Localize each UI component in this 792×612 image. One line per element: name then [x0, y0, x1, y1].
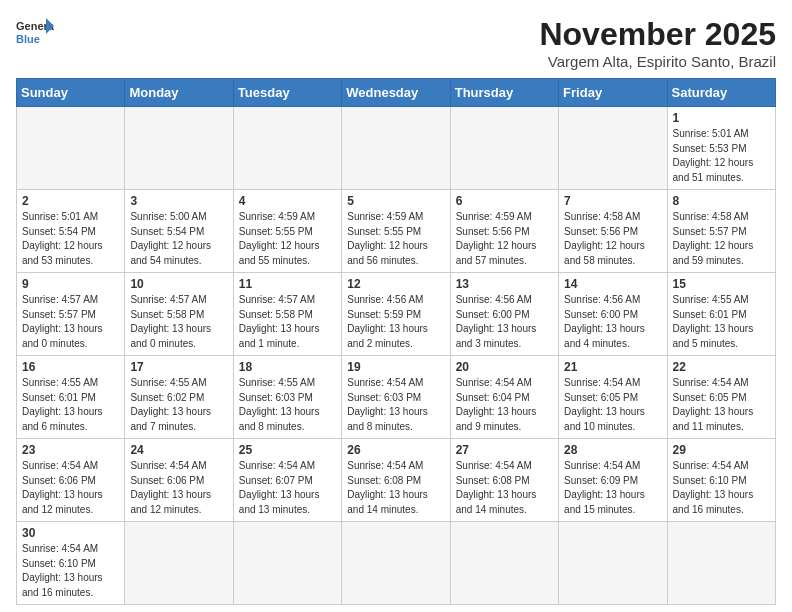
calendar-cell [233, 522, 341, 605]
col-header-friday: Friday [559, 79, 667, 107]
day-number: 23 [22, 443, 119, 457]
day-info: Sunrise: 4:58 AMSunset: 5:57 PMDaylight:… [673, 210, 770, 268]
day-number: 2 [22, 194, 119, 208]
day-number: 7 [564, 194, 661, 208]
location: Vargem Alta, Espirito Santo, Brazil [539, 53, 776, 70]
day-info: Sunrise: 4:56 AMSunset: 5:59 PMDaylight:… [347, 293, 444, 351]
day-number: 29 [673, 443, 770, 457]
day-number: 12 [347, 277, 444, 291]
calendar-cell: 14Sunrise: 4:56 AMSunset: 6:00 PMDayligh… [559, 273, 667, 356]
calendar-cell: 26Sunrise: 4:54 AMSunset: 6:08 PMDayligh… [342, 439, 450, 522]
col-header-sunday: Sunday [17, 79, 125, 107]
day-number: 30 [22, 526, 119, 540]
day-number: 5 [347, 194, 444, 208]
calendar-cell: 1Sunrise: 5:01 AMSunset: 5:53 PMDaylight… [667, 107, 775, 190]
calendar-cell: 7Sunrise: 4:58 AMSunset: 5:56 PMDaylight… [559, 190, 667, 273]
calendar-cell [450, 107, 558, 190]
calendar-cell: 22Sunrise: 4:54 AMSunset: 6:05 PMDayligh… [667, 356, 775, 439]
calendar-cell [125, 107, 233, 190]
day-info: Sunrise: 4:59 AMSunset: 5:55 PMDaylight:… [347, 210, 444, 268]
week-row-3: 16Sunrise: 4:55 AMSunset: 6:01 PMDayligh… [17, 356, 776, 439]
day-info: Sunrise: 4:56 AMSunset: 6:00 PMDaylight:… [564, 293, 661, 351]
day-number: 28 [564, 443, 661, 457]
calendar-header-row: SundayMondayTuesdayWednesdayThursdayFrid… [17, 79, 776, 107]
col-header-thursday: Thursday [450, 79, 558, 107]
col-header-tuesday: Tuesday [233, 79, 341, 107]
calendar-cell: 21Sunrise: 4:54 AMSunset: 6:05 PMDayligh… [559, 356, 667, 439]
day-info: Sunrise: 4:54 AMSunset: 6:10 PMDaylight:… [22, 542, 119, 600]
calendar-cell: 16Sunrise: 4:55 AMSunset: 6:01 PMDayligh… [17, 356, 125, 439]
calendar: SundayMondayTuesdayWednesdayThursdayFrid… [16, 78, 776, 605]
calendar-cell: 24Sunrise: 4:54 AMSunset: 6:06 PMDayligh… [125, 439, 233, 522]
day-info: Sunrise: 4:54 AMSunset: 6:06 PMDaylight:… [130, 459, 227, 517]
calendar-cell: 23Sunrise: 4:54 AMSunset: 6:06 PMDayligh… [17, 439, 125, 522]
day-number: 11 [239, 277, 336, 291]
day-info: Sunrise: 4:55 AMSunset: 6:02 PMDaylight:… [130, 376, 227, 434]
day-info: Sunrise: 4:54 AMSunset: 6:08 PMDaylight:… [456, 459, 553, 517]
day-info: Sunrise: 4:59 AMSunset: 5:56 PMDaylight:… [456, 210, 553, 268]
calendar-cell: 9Sunrise: 4:57 AMSunset: 5:57 PMDaylight… [17, 273, 125, 356]
svg-text:Blue: Blue [16, 33, 40, 45]
calendar-cell: 5Sunrise: 4:59 AMSunset: 5:55 PMDaylight… [342, 190, 450, 273]
calendar-cell: 18Sunrise: 4:55 AMSunset: 6:03 PMDayligh… [233, 356, 341, 439]
calendar-cell: 11Sunrise: 4:57 AMSunset: 5:58 PMDayligh… [233, 273, 341, 356]
calendar-cell: 20Sunrise: 4:54 AMSunset: 6:04 PMDayligh… [450, 356, 558, 439]
col-header-monday: Monday [125, 79, 233, 107]
day-info: Sunrise: 4:55 AMSunset: 6:01 PMDaylight:… [673, 293, 770, 351]
day-number: 15 [673, 277, 770, 291]
col-header-wednesday: Wednesday [342, 79, 450, 107]
calendar-cell [667, 522, 775, 605]
calendar-cell [17, 107, 125, 190]
day-number: 13 [456, 277, 553, 291]
calendar-cell: 2Sunrise: 5:01 AMSunset: 5:54 PMDaylight… [17, 190, 125, 273]
calendar-cell: 4Sunrise: 4:59 AMSunset: 5:55 PMDaylight… [233, 190, 341, 273]
day-number: 19 [347, 360, 444, 374]
day-info: Sunrise: 4:57 AMSunset: 5:58 PMDaylight:… [239, 293, 336, 351]
day-info: Sunrise: 5:01 AMSunset: 5:54 PMDaylight:… [22, 210, 119, 268]
day-number: 21 [564, 360, 661, 374]
calendar-cell: 3Sunrise: 5:00 AMSunset: 5:54 PMDaylight… [125, 190, 233, 273]
week-row-5: 30Sunrise: 4:54 AMSunset: 6:10 PMDayligh… [17, 522, 776, 605]
week-row-4: 23Sunrise: 4:54 AMSunset: 6:06 PMDayligh… [17, 439, 776, 522]
day-info: Sunrise: 4:57 AMSunset: 5:58 PMDaylight:… [130, 293, 227, 351]
week-row-0: 1Sunrise: 5:01 AMSunset: 5:53 PMDaylight… [17, 107, 776, 190]
day-info: Sunrise: 5:00 AMSunset: 5:54 PMDaylight:… [130, 210, 227, 268]
day-number: 3 [130, 194, 227, 208]
day-info: Sunrise: 4:57 AMSunset: 5:57 PMDaylight:… [22, 293, 119, 351]
calendar-cell: 10Sunrise: 4:57 AMSunset: 5:58 PMDayligh… [125, 273, 233, 356]
day-number: 27 [456, 443, 553, 457]
day-number: 8 [673, 194, 770, 208]
day-info: Sunrise: 5:01 AMSunset: 5:53 PMDaylight:… [673, 127, 770, 185]
calendar-cell: 8Sunrise: 4:58 AMSunset: 5:57 PMDaylight… [667, 190, 775, 273]
day-number: 14 [564, 277, 661, 291]
day-info: Sunrise: 4:54 AMSunset: 6:07 PMDaylight:… [239, 459, 336, 517]
calendar-cell: 15Sunrise: 4:55 AMSunset: 6:01 PMDayligh… [667, 273, 775, 356]
day-info: Sunrise: 4:55 AMSunset: 6:03 PMDaylight:… [239, 376, 336, 434]
logo-icon: General Blue [16, 16, 54, 46]
day-info: Sunrise: 4:59 AMSunset: 5:55 PMDaylight:… [239, 210, 336, 268]
day-number: 6 [456, 194, 553, 208]
title-area: November 2025 Vargem Alta, Espirito Sant… [539, 16, 776, 70]
week-row-1: 2Sunrise: 5:01 AMSunset: 5:54 PMDaylight… [17, 190, 776, 273]
calendar-cell [233, 107, 341, 190]
day-info: Sunrise: 4:56 AMSunset: 6:00 PMDaylight:… [456, 293, 553, 351]
day-number: 1 [673, 111, 770, 125]
day-number: 26 [347, 443, 444, 457]
week-row-2: 9Sunrise: 4:57 AMSunset: 5:57 PMDaylight… [17, 273, 776, 356]
calendar-cell: 17Sunrise: 4:55 AMSunset: 6:02 PMDayligh… [125, 356, 233, 439]
day-number: 10 [130, 277, 227, 291]
day-info: Sunrise: 4:54 AMSunset: 6:04 PMDaylight:… [456, 376, 553, 434]
day-info: Sunrise: 4:54 AMSunset: 6:09 PMDaylight:… [564, 459, 661, 517]
month-title: November 2025 [539, 16, 776, 53]
calendar-cell: 30Sunrise: 4:54 AMSunset: 6:10 PMDayligh… [17, 522, 125, 605]
calendar-cell [125, 522, 233, 605]
day-number: 25 [239, 443, 336, 457]
day-info: Sunrise: 4:54 AMSunset: 6:06 PMDaylight:… [22, 459, 119, 517]
calendar-cell: 29Sunrise: 4:54 AMSunset: 6:10 PMDayligh… [667, 439, 775, 522]
calendar-cell [342, 107, 450, 190]
day-info: Sunrise: 4:54 AMSunset: 6:08 PMDaylight:… [347, 459, 444, 517]
day-number: 17 [130, 360, 227, 374]
day-info: Sunrise: 4:54 AMSunset: 6:05 PMDaylight:… [564, 376, 661, 434]
day-info: Sunrise: 4:54 AMSunset: 6:05 PMDaylight:… [673, 376, 770, 434]
calendar-cell: 25Sunrise: 4:54 AMSunset: 6:07 PMDayligh… [233, 439, 341, 522]
